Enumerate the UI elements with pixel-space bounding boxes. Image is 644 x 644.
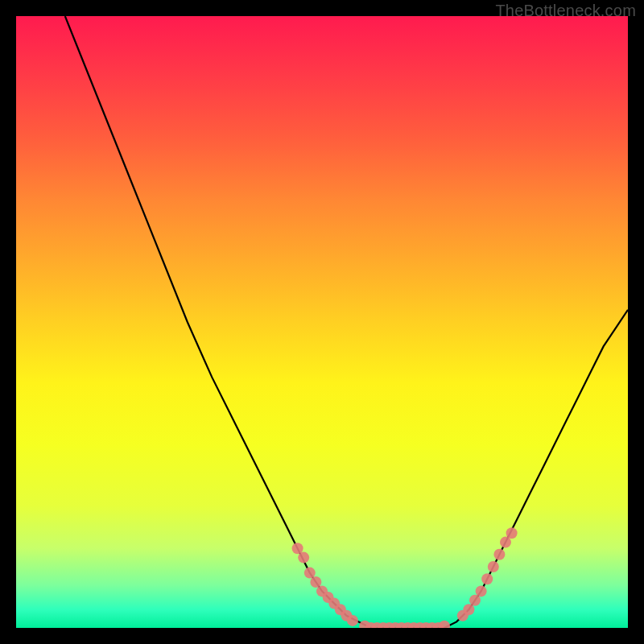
- marker-dot: [493, 549, 505, 560]
- marker-dot: [292, 543, 303, 554]
- marker-dot: [476, 585, 487, 597]
- curve-path: [65, 16, 628, 628]
- bottleneck-curve: [65, 16, 628, 628]
- marker-dot: [481, 573, 493, 584]
- marker-dot: [500, 537, 511, 548]
- marker-dot: [463, 604, 474, 615]
- marker-dot: [304, 568, 316, 579]
- chart-frame: TheBottleneck.com: [0, 0, 644, 644]
- marker-dots: [292, 527, 518, 628]
- marker-dot: [298, 552, 309, 564]
- marker-dot: [488, 561, 499, 572]
- watermark-text: TheBottleneck.com: [495, 2, 636, 20]
- marker-dot: [439, 621, 450, 628]
- marker-dot: [506, 527, 518, 539]
- marker-dot: [347, 615, 358, 626]
- chart-svg: [16, 16, 628, 628]
- marker-dot: [469, 595, 481, 606]
- marker-dot: [310, 576, 321, 588]
